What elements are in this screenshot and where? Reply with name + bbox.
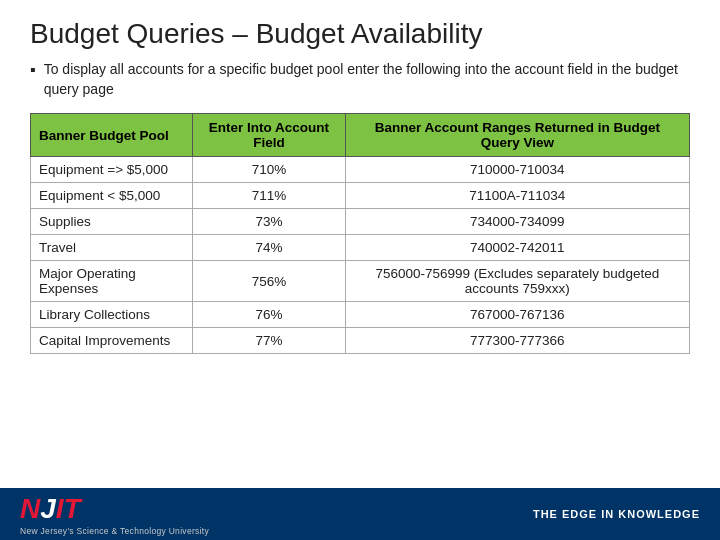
subtitle-row: ▪ To display all accounts for a specific… bbox=[30, 60, 690, 99]
cell-pool: Equipment => $5,000 bbox=[31, 157, 193, 183]
njit-j: J bbox=[40, 493, 56, 525]
cell-account-field: 76% bbox=[193, 302, 345, 328]
cell-pool: Supplies bbox=[31, 209, 193, 235]
budget-table: Banner Budget Pool Enter Into Account Fi… bbox=[30, 113, 690, 354]
footer: N J I T New Jersey's Science & Technolog… bbox=[0, 488, 720, 540]
footer-logo: N J I T New Jersey's Science & Technolog… bbox=[20, 493, 209, 536]
col-header-pool: Banner Budget Pool bbox=[31, 114, 193, 157]
cell-account-field: 711% bbox=[193, 183, 345, 209]
table-row: Travel74%740002-742011 bbox=[31, 235, 690, 261]
table-row: Major Operating Expenses756%756000-75699… bbox=[31, 261, 690, 302]
cell-ranges: 740002-742011 bbox=[345, 235, 689, 261]
cell-pool: Equipment < $5,000 bbox=[31, 183, 193, 209]
cell-account-field: 73% bbox=[193, 209, 345, 235]
col-header-ranges: Banner Account Ranges Returned in Budget… bbox=[345, 114, 689, 157]
cell-ranges: 710000-710034 bbox=[345, 157, 689, 183]
table-row: Capital Improvements77%777300-777366 bbox=[31, 328, 690, 354]
cell-ranges: 734000-734099 bbox=[345, 209, 689, 235]
table-row: Library Collections76%767000-767136 bbox=[31, 302, 690, 328]
cell-pool: Travel bbox=[31, 235, 193, 261]
cell-ranges: 756000-756999 (Excludes separately budge… bbox=[345, 261, 689, 302]
njit-n: N bbox=[20, 493, 40, 525]
table-row: Equipment < $5,000711%71100A-711034 bbox=[31, 183, 690, 209]
table-row: Equipment => $5,000710%710000-710034 bbox=[31, 157, 690, 183]
njit-letters: N J I T bbox=[20, 493, 81, 525]
cell-pool: Library Collections bbox=[31, 302, 193, 328]
main-content: Budget Queries – Budget Availability ▪ T… bbox=[0, 0, 720, 488]
njit-subtitle: New Jersey's Science & Technology Univer… bbox=[20, 526, 209, 536]
page-title: Budget Queries – Budget Availability bbox=[30, 18, 690, 50]
col-header-account: Enter Into Account Field bbox=[193, 114, 345, 157]
cell-ranges: 767000-767136 bbox=[345, 302, 689, 328]
table-row: Supplies73%734000-734099 bbox=[31, 209, 690, 235]
cell-account-field: 710% bbox=[193, 157, 345, 183]
cell-pool: Major Operating Expenses bbox=[31, 261, 193, 302]
cell-account-field: 756% bbox=[193, 261, 345, 302]
cell-account-field: 77% bbox=[193, 328, 345, 354]
njit-i: I bbox=[56, 493, 64, 525]
footer-tagline: THE EDGE IN KNOWLEDGE bbox=[533, 508, 700, 520]
cell-ranges: 777300-777366 bbox=[345, 328, 689, 354]
cell-ranges: 71100A-711034 bbox=[345, 183, 689, 209]
bullet-icon: ▪ bbox=[30, 61, 36, 79]
cell-pool: Capital Improvements bbox=[31, 328, 193, 354]
njit-t: T bbox=[64, 493, 81, 525]
cell-account-field: 74% bbox=[193, 235, 345, 261]
subtitle-text: To display all accounts for a specific b… bbox=[44, 60, 690, 99]
